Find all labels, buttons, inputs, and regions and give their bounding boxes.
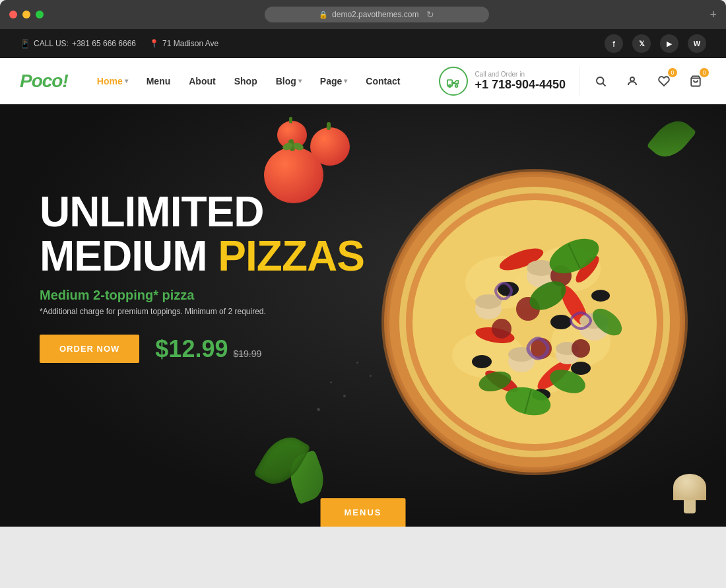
- nav-blog[interactable]: Blog ▾: [267, 58, 311, 104]
- mushroom-corner: [673, 474, 706, 513]
- order-phone: +1 718-904-4450: [475, 78, 566, 92]
- logo[interactable]: Poco!: [20, 71, 68, 92]
- website-container: 📱 CALL US: +381 65 666 6666 📍 71 Madison…: [0, 29, 726, 527]
- address-bar[interactable]: 🔒 demo2.pavothemes.com ↻: [49, 7, 704, 22]
- headline-pizzas: PIZZAS: [218, 232, 364, 280]
- cart-button[interactable]: 0: [685, 71, 706, 92]
- location-icon: 📍: [149, 39, 159, 48]
- hero-headline: UNLIMITED MEDIUM PIZZAS: [40, 190, 364, 278]
- wishlist-count: 0: [668, 68, 677, 77]
- headline-line1: UNLIMITED: [40, 190, 364, 234]
- address-info: 📍 71 Madison Ave: [149, 39, 218, 48]
- svg-line-4: [603, 83, 605, 86]
- mushroom-stem: [684, 500, 696, 513]
- phone-number-topbar: +381 65 666 6666: [72, 39, 136, 48]
- price-current: $12.99: [155, 335, 228, 363]
- phone-icon: 📱: [20, 39, 30, 49]
- price-old: $19.99: [233, 348, 261, 359]
- youtube-icon[interactable]: ▶: [660, 34, 678, 53]
- delivery-icon: [439, 67, 468, 96]
- nav-icon-group: 0 0: [590, 71, 706, 92]
- nav-menu[interactable]: Menu: [137, 58, 180, 104]
- nav-shop[interactable]: Shop: [225, 58, 267, 104]
- svg-point-39: [591, 290, 610, 302]
- browser-titlebar: 🔒 demo2.pavothemes.com ↻ +: [0, 0, 726, 29]
- chevron-down-icon: ▾: [125, 77, 128, 84]
- url-input[interactable]: 🔒 demo2.pavothemes.com ↻: [265, 7, 489, 22]
- mushroom-cap: [673, 474, 706, 500]
- tomato-stem: [289, 117, 292, 123]
- svg-point-5: [630, 77, 634, 81]
- topbar-left: 📱 CALL US: +381 65 666 6666 📍 71 Madison…: [20, 39, 218, 49]
- account-button[interactable]: [622, 71, 643, 92]
- hero-actions: ORDER NOW $12.99 $19.99: [40, 335, 364, 363]
- phone-box: Call and Order in +1 718-904-4450: [439, 67, 579, 96]
- search-button[interactable]: [590, 71, 611, 92]
- pizza-image: [370, 157, 700, 487]
- nav-about[interactable]: About: [180, 58, 224, 104]
- svg-point-43: [572, 339, 590, 358]
- basil-bottom-left: [264, 434, 300, 487]
- phone-info: 📱 CALL US: +381 65 666 6666: [20, 39, 136, 49]
- topbar-right: f 𝕏 ▶ W: [605, 34, 706, 53]
- minimize-button[interactable]: [22, 11, 30, 18]
- svg-point-42: [492, 319, 512, 339]
- close-button[interactable]: [9, 11, 17, 18]
- url-text: demo2.pavothemes.com: [332, 10, 418, 19]
- hero-content: UNLIMITED MEDIUM PIZZAS Medium 2-topping…: [40, 190, 364, 363]
- chevron-down-icon: ▾: [298, 77, 302, 84]
- svg-point-36: [472, 355, 492, 368]
- phone-callout-label: Call and Order in: [475, 71, 566, 78]
- hero-note: *Additional charge for premium toppings.…: [40, 307, 364, 316]
- decoration-dot: [343, 395, 346, 397]
- wordpress-icon[interactable]: W: [688, 34, 706, 53]
- wishlist-button[interactable]: 0: [653, 71, 675, 92]
- headline-line2: MEDIUM PIZZAS: [40, 234, 364, 278]
- facebook-icon[interactable]: f: [605, 34, 623, 53]
- svg-point-2: [455, 84, 458, 87]
- hero-subheading: Medium 2-topping* pizza: [40, 288, 364, 303]
- headline-medium: MEDIUM: [40, 232, 207, 280]
- topbar: 📱 CALL US: +381 65 666 6666 📍 71 Madison…: [0, 29, 726, 58]
- new-tab-button[interactable]: +: [710, 8, 717, 22]
- svg-point-3: [597, 77, 604, 84]
- maximize-button[interactable]: [36, 11, 44, 18]
- twitter-icon[interactable]: 𝕏: [632, 34, 651, 53]
- decoration-dot: [330, 381, 332, 383]
- price-display: $12.99 $19.99: [155, 335, 261, 363]
- refresh-icon[interactable]: ↻: [426, 9, 434, 20]
- nav-home[interactable]: Home ▾: [88, 58, 137, 104]
- phone-callout-box: Call and Order in +1 718-904-4450: [475, 71, 566, 92]
- browser-window: 🔒 demo2.pavothemes.com ↻ +: [0, 0, 726, 29]
- tomato-stem: [327, 122, 331, 130]
- cart-count: 0: [700, 68, 709, 77]
- navbar: Poco! Home ▾ Menu About Shop Blog ▾ Page: [0, 58, 726, 104]
- order-now-button[interactable]: ORDER NOW: [40, 335, 139, 363]
- menus-button-wrap: MENUS: [321, 498, 406, 527]
- decoration-dot: [317, 408, 320, 411]
- main-nav: Home ▾ Menu About Shop Blog ▾ Page ▾ Con…: [88, 58, 440, 104]
- chevron-down-icon: ▾: [344, 77, 347, 84]
- phone-label: CALL US:: [34, 39, 69, 48]
- nav-right: Call and Order in +1 718-904-4450: [439, 67, 706, 96]
- nav-page[interactable]: Page ▾: [311, 58, 356, 104]
- nav-contact[interactable]: Contact: [356, 58, 409, 104]
- hero-section: UNLIMITED MEDIUM PIZZAS Medium 2-topping…: [0, 104, 726, 527]
- menus-button[interactable]: MENUS: [321, 498, 406, 527]
- basil-top-right: [657, 117, 686, 160]
- address-text: 71 Madison Ave: [162, 39, 218, 48]
- svg-point-35: [550, 315, 572, 329]
